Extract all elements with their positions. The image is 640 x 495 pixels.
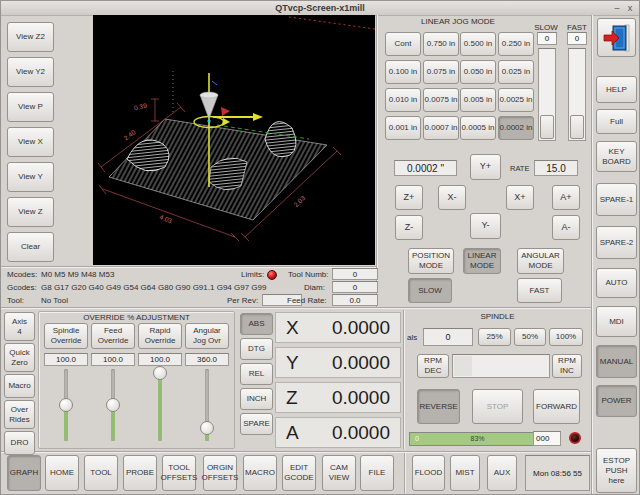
spindle-rpm-bar: [452, 354, 550, 378]
jog-speed-slow-button[interactable]: SLOW: [408, 278, 452, 303]
linear-mode-button[interactable]: LINEAR MODE: [463, 248, 501, 274]
spindle-reverse-button[interactable]: REVERSE: [417, 389, 460, 424]
aux-button[interactable]: AUX: [487, 455, 517, 491]
jog-z-minus-button[interactable]: Z-: [395, 215, 423, 240]
jog-increment-0-010-in-button[interactable]: 0.010 in: [385, 88, 421, 112]
view-button-view-z[interactable]: View Z: [7, 197, 54, 227]
separator: [1, 266, 378, 268]
gcode-graphics-view[interactable]: 0.39 2.40 4.03 2.03: [93, 15, 375, 265]
bottom-tab-tool-button[interactable]: TOOL: [84, 455, 118, 491]
override-spindle-override-button[interactable]: Spindle Override: [44, 323, 88, 349]
spindle-forward-button[interactable]: FORWARD: [533, 389, 580, 424]
bottom-tab-graph-button[interactable]: GRAPH: [7, 455, 41, 491]
help-button[interactable]: HELP: [596, 76, 637, 103]
bottom-tab-cam-view-button[interactable]: CAM VIEW: [322, 455, 356, 491]
bottom-tab-orgin-offsets-button[interactable]: ORGIN OFFSETS: [203, 455, 237, 491]
fast-spinbox[interactable]: 0: [567, 32, 587, 45]
flood-button[interactable]: FLOOD: [412, 455, 445, 491]
angular-mode-button[interactable]: ANGULAR MODE: [517, 248, 564, 274]
side-tab-axis-4-button[interactable]: Axis 4: [4, 312, 35, 341]
view-button-view-p[interactable]: View P: [7, 92, 54, 122]
view-button-view-y[interactable]: View Y: [7, 162, 54, 192]
jog-y-minus-button[interactable]: Y-: [470, 213, 501, 239]
jog-speed-fast-button[interactable]: FAST: [517, 278, 562, 303]
mist-button[interactable]: MIST: [450, 455, 480, 491]
bottom-tab-probe-button[interactable]: PROBE: [123, 455, 157, 491]
rpm-dec-button[interactable]: RPM DEC: [417, 354, 449, 378]
dro-tab-inch-button[interactable]: INCH: [240, 388, 273, 410]
jog-increment-0-001-in-button[interactable]: 0.001 in: [385, 116, 421, 140]
tool-numb-field: 0: [332, 268, 378, 280]
minimize-button[interactable]: –: [611, 1, 623, 15]
separator: [376, 15, 378, 308]
jog-increment-0-250-in-button[interactable]: 0.250 in: [498, 32, 534, 56]
side-tab-dro-button[interactable]: DRO: [4, 431, 35, 455]
jog-a-plus-button[interactable]: A+: [552, 185, 580, 210]
side-tab-over-rides-button[interactable]: Over Rides: [4, 400, 35, 429]
view-button-view-x[interactable]: View X: [7, 127, 54, 157]
jog-z-plus-button[interactable]: Z+: [395, 185, 423, 210]
spindle-rpm-actual-display: 0: [423, 328, 473, 346]
bottom-tab-home-button[interactable]: HOME: [45, 455, 79, 491]
spindle-rpm-spinbox[interactable]: 000: [533, 431, 561, 446]
slow-spinbox[interactable]: 0: [537, 32, 557, 45]
jog-increment-0-0002-in-button[interactable]: 0.0002 in: [498, 116, 534, 140]
jog-increment-0-0075-in-button[interactable]: 0.0075 in: [423, 88, 459, 112]
jog-increment-0-0005-in-button[interactable]: 0.0005 in: [460, 116, 496, 140]
jog-increment-0-750-in-button[interactable]: 0.750 in: [423, 32, 459, 56]
spindle-100-button[interactable]: 100%: [549, 328, 583, 346]
jog-increment-0-0025-in-button[interactable]: 0.0025 in: [498, 88, 534, 112]
estop-button[interactable]: ESTOP PUSH here: [596, 448, 637, 493]
bottom-tab-edit-gcode-button[interactable]: EDIT GCODE: [282, 455, 316, 491]
jog-increment-0-500-in-button[interactable]: 0.500 in: [460, 32, 496, 56]
override-rapid-override-value: 100.0: [138, 353, 182, 366]
rpm-inc-button[interactable]: RPM INC: [552, 354, 582, 378]
slow-slider-handle[interactable]: [540, 115, 554, 139]
jog-increment-0-100-in-button[interactable]: 0.100 in: [385, 60, 421, 84]
bottom-tab-macro-button[interactable]: MACRO: [243, 455, 277, 491]
override-angular-jog-ovr-button[interactable]: Angular Jog Ovr: [185, 323, 229, 349]
position-mode-button[interactable]: POSITION MODE: [408, 248, 454, 274]
dro-tab-spare-button[interactable]: SPARE: [240, 413, 273, 435]
key-board-button[interactable]: KEY BOARD: [596, 141, 637, 172]
override-feed-override-button[interactable]: Feed Override: [91, 323, 135, 349]
bottom-tab-tool-offsets-button[interactable]: TOOL OFFSETS: [162, 455, 196, 491]
view-button-clear[interactable]: Clear: [7, 232, 54, 262]
manual-button[interactable]: MANUAL: [596, 345, 637, 378]
spindle-25-button[interactable]: 25%: [478, 328, 511, 346]
spindle-stop-button[interactable]: STOP: [472, 389, 523, 424]
exit-button[interactable]: [597, 18, 636, 57]
dro-tab-dtg-button[interactable]: DTG: [240, 338, 273, 360]
fast-slider-handle[interactable]: [570, 115, 584, 139]
view-button-view-z2[interactable]: View Z2: [7, 22, 54, 52]
override-feed-override-slider-handle[interactable]: [106, 398, 120, 412]
dro-tab-rel-button[interactable]: REL: [240, 363, 273, 385]
dro-tab-abs-button[interactable]: ABS: [240, 313, 273, 335]
side-tab-quick-zero-button[interactable]: Quick Zero: [4, 343, 35, 372]
power-button[interactable]: POWER: [596, 385, 637, 417]
override-angular-jog-ovr-slider-handle[interactable]: [200, 421, 214, 435]
jog-increment-0-050-in-button[interactable]: 0.050 in: [460, 60, 496, 84]
full-button[interactable]: Full: [596, 109, 637, 134]
jog-increment-cont-button[interactable]: Cont: [385, 32, 421, 56]
side-tab-macro-button[interactable]: Macro: [4, 374, 35, 398]
spindle-50-button[interactable]: 50%: [514, 328, 546, 346]
override-spindle-override-slider-handle[interactable]: [59, 398, 73, 412]
bottom-tab-file-button[interactable]: FILE: [360, 455, 394, 491]
auto-button[interactable]: AUTO: [596, 268, 637, 298]
spare-2-button[interactable]: SPARE-2: [596, 226, 637, 259]
jog-increment-0-025-in-button[interactable]: 0.025 in: [498, 60, 534, 84]
jog-y-plus-button[interactable]: Y+: [470, 154, 501, 180]
jog-x-plus-button[interactable]: X+: [506, 185, 534, 210]
jog-increment-0-0007-in-button[interactable]: 0.0007 in: [423, 116, 459, 140]
jog-increment-0-075-in-button[interactable]: 0.075 in: [423, 60, 459, 84]
jog-increment-0-005-in-button[interactable]: 0.005 in: [460, 88, 496, 112]
spare-1-button[interactable]: SPARE-1: [596, 183, 637, 216]
close-button[interactable]: x: [624, 1, 636, 15]
jog-x-minus-button[interactable]: X-: [438, 185, 466, 210]
mdi-button[interactable]: MDI: [596, 306, 637, 337]
override-rapid-override-slider-handle[interactable]: [153, 366, 167, 380]
view-button-view-y2[interactable]: View Y2: [7, 57, 54, 87]
jog-a-minus-button[interactable]: A-: [552, 215, 580, 240]
override-rapid-override-button[interactable]: Rapid Override: [138, 323, 182, 349]
